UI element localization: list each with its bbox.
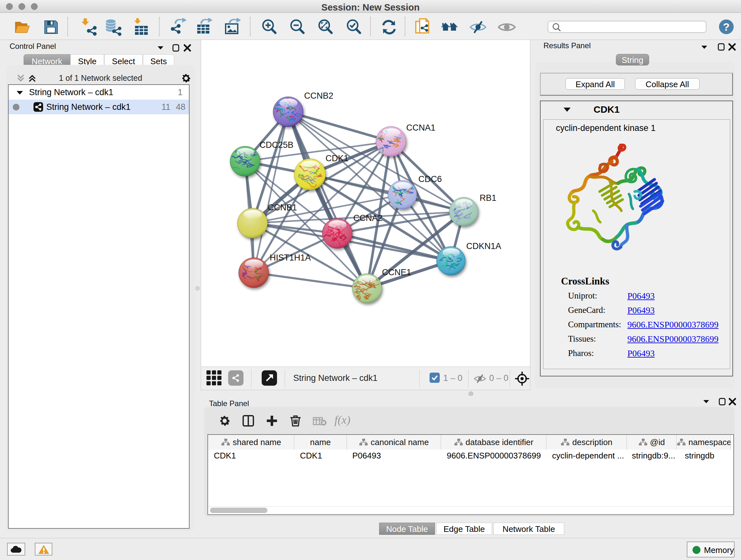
svg-text:CCNA1: CCNA1 [406,123,435,132]
svg-text:CCNB2: CCNB2 [304,91,333,101]
svg-text:CDC25B: CDC25B [259,140,293,150]
svg-text:CDK1: CDK1 [326,153,348,163]
svg-text:CDC6: CDC6 [418,174,442,184]
svg-text:HIST1H1A: HIST1H1A [270,253,311,262]
svg-text:CCNB1: CCNB1 [268,203,297,212]
svg-text:CCNE1: CCNE1 [382,267,411,277]
svg-text:CCNA2: CCNA2 [353,213,383,223]
svg-text:CDKN1A: CDKN1A [466,241,501,251]
svg-text:RB1: RB1 [480,193,496,203]
